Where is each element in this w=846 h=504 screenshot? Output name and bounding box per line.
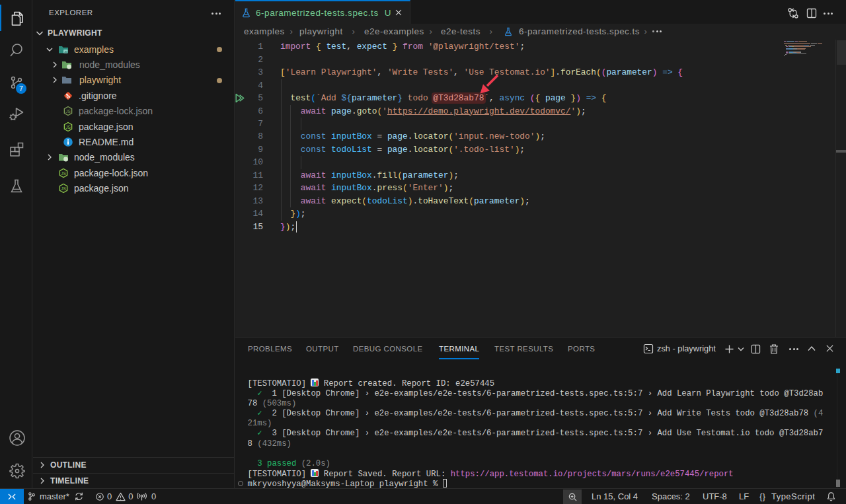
svg-text:JS: JS <box>65 124 71 129</box>
svg-text:JS: JS <box>65 109 71 114</box>
svg-text:JS: JS <box>61 170 66 175</box>
svg-text:JS: JS <box>61 186 66 191</box>
